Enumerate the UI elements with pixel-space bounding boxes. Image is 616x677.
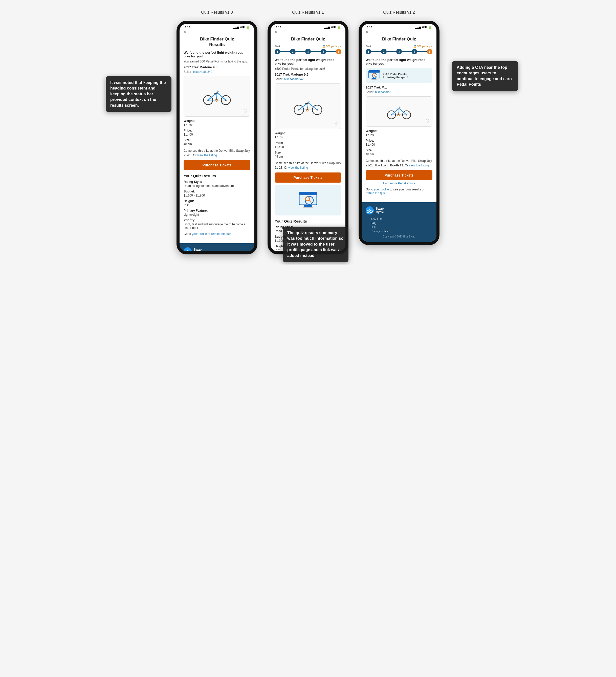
bike-image-v1_1: ♡ (275, 84, 341, 129)
phone-screen-v1: 8:15 ▂▄▆ WiFi 🔋 × Bike Finder QuizResult… (180, 24, 254, 252)
signal-icon-v1_1: ▂▄▆ (324, 26, 330, 29)
screen-content-v1: × Bike Finder QuizResults We found the p… (180, 30, 254, 243)
listing-text-v1: Come see this bike at the Denver Bike Sw… (184, 148, 250, 157)
earn-more-link-v1_2[interactable]: Earn more Pedal Points (383, 182, 415, 185)
seller-link-v1[interactable]: bikes4sale342 (193, 70, 212, 74)
footer-privacy-v1_2[interactable]: Privacy Policy (371, 230, 388, 233)
bike-name-v1_2: 2017 Trek M... (366, 86, 432, 89)
step-line-1 (280, 51, 290, 52)
close-btn-v1_1[interactable]: × (275, 30, 341, 34)
screen-title-v1_2: Bike Finder Quiz (366, 36, 432, 42)
heart-icon-v1_1[interactable]: ♡ (335, 121, 339, 126)
step-2-v2: 2 (381, 49, 387, 54)
footer-links-v1_2: About Us FAQ Help Privacy Policy (366, 218, 432, 233)
status-bar-v1_1: 8:15 ▂▄▆ WiFi 🔋 (271, 24, 345, 30)
riding-style-label-v1: Riding Style: (184, 180, 250, 184)
phone-screen-v1_1: 8:15 ▂▄▆ WiFi 🔋 × Bike Finder Quiz Start (271, 24, 345, 252)
step-line-4 (326, 51, 336, 52)
retake-link-v1_2[interactable]: retake the quiz (366, 191, 386, 195)
bike-svg-v1_2 (386, 103, 412, 120)
view-listing-link-v1_2[interactable]: view the listing (409, 164, 429, 167)
phone-column-v1_2: Quiz Results v1.2 Adding a CTA near the … (359, 10, 439, 245)
status-icons-v1_2: ▂▄▆ WiFi 🔋 (415, 26, 431, 29)
time-v1_1: 8:15 (276, 26, 281, 29)
points-text-v1_1: +500 Pedal Points for taking the quiz! (275, 67, 341, 71)
version-label-v1: Quiz Results v1.0 (201, 10, 233, 15)
svg-line-29 (309, 101, 310, 101)
step-line-2 (296, 51, 305, 52)
tooltip-v1_2: Adding a CTA near the top encourages use… (452, 61, 518, 91)
signal-icon-v1: ▂▄▆ (233, 26, 239, 29)
svg-line-63 (398, 109, 398, 115)
battery-icon-v1_2: 🔋 (428, 26, 431, 29)
footer-copyright-v1_2: Copyright © 2023 Bike Swap (366, 235, 432, 238)
height-value-v1: 5' 4" (184, 203, 250, 207)
price-value-v1: $1,400 (184, 133, 250, 136)
search-monitor-v1_1 (275, 185, 341, 216)
step-2: 2 (290, 49, 296, 54)
svg-line-58 (398, 108, 399, 115)
points-text-v1: You earned 500 Pedal Points for taking t… (184, 60, 250, 63)
signal-icon-v1_2: ▂▄▆ (415, 26, 421, 29)
svg-rect-38 (304, 205, 312, 207)
bike-svg-v1 (202, 86, 232, 106)
step-1-v2: 1 (366, 49, 371, 54)
phone-column-v1: Quiz Results v1.0 It was noted that keep… (177, 10, 257, 255)
close-btn-v1_2[interactable]: × (366, 30, 432, 34)
close-btn-v1[interactable]: × (184, 30, 250, 34)
seller-link-v1_1[interactable]: bikes4sale342 (284, 77, 303, 81)
seller-v1: Seller: bikes4sale342 (184, 70, 250, 74)
progress-steps-v1_1: 1 2 3 4 5 (275, 49, 341, 54)
purchase-tickets-btn-v1[interactable]: Purchase Tickets (184, 160, 250, 170)
phone-frame-v1_1: 8:15 ▂▄▆ WiFi 🔋 × Bike Finder Quiz Start (268, 21, 348, 255)
screen-title-v1_1: Bike Finder Quiz (275, 36, 341, 42)
wifi-icon-v1_2: WiFi (422, 26, 427, 29)
footer-v1_2: SwapCycle About Us FAQ Help Privacy Poli… (362, 202, 436, 242)
purchase-tickets-btn-v1_1[interactable]: Purchase Tickets (275, 173, 341, 183)
weight-label-v1_1: Weight: (275, 132, 341, 135)
footer-logo-svg-v1 (184, 248, 191, 252)
pedal-pts-label-v1_2: 🏅 500 pedal pts (414, 45, 432, 48)
view-listing-link-v1_1[interactable]: view the listing (288, 166, 308, 170)
footer-faq-v1_2[interactable]: FAQ (371, 222, 388, 225)
version-label-v1_2: Quiz Results v1.2 (383, 10, 415, 15)
heart-icon-v1_2[interactable]: ♡ (426, 118, 430, 124)
footer-help-v1_2[interactable]: Help (371, 226, 388, 229)
seller-link-v1_2[interactable]: bikes4sale3... (375, 90, 393, 94)
primary-feature-value-v1: Lightweight (184, 213, 250, 217)
step-5-v2: 5 (427, 49, 432, 54)
monitor-small-svg (368, 70, 380, 80)
weight-value-v1_2: 17 lbs (366, 133, 432, 137)
screen-content-v1_1: × Bike Finder Quiz Start 🏅 500 pedal pts… (271, 30, 345, 252)
weight-label-v1: Weight: (184, 119, 250, 123)
svg-rect-46 (369, 71, 380, 73)
time-v1: 8:15 (185, 26, 190, 29)
profile-link-v1[interactable]: your profile (192, 232, 207, 236)
hero-text-v1_1: We found the perfect light weight road b… (275, 58, 341, 65)
progress-labels-v1_2: Start 🏅 500 pedal pts (366, 45, 432, 48)
price-label-v1: Price: (184, 129, 250, 132)
profile-link-v1_2[interactable]: your profile (374, 188, 389, 191)
priority-label-v1: Priority: (184, 219, 250, 222)
quiz-results-title-v1: Your Quiz Results (184, 174, 250, 178)
wifi-icon-v1: WiFi (240, 26, 245, 29)
size-label-v1_2: Size (366, 148, 432, 152)
footer-col2-v1_2: About Us FAQ Help Privacy Policy (371, 218, 388, 233)
seller-v1_1: Seller: bikes4sale342 (275, 77, 341, 81)
status-bar-v1: 8:15 ▂▄▆ WiFi 🔋 (180, 24, 254, 30)
height-label-v1: Height: (184, 199, 250, 203)
price-label-v1_2: Price: (366, 139, 432, 142)
footer-brand-v1: SwapCycle (184, 247, 250, 252)
svg-line-28 (308, 101, 309, 102)
view-listing-link-v1[interactable]: view the listing (197, 153, 217, 157)
hero-text-v1_2: We found the perfect light weight road b… (366, 58, 432, 65)
footer-logo-v1 (184, 247, 192, 252)
heart-icon-v1[interactable]: ♡ (243, 108, 247, 114)
footer-about-v1_2[interactable]: About Us (371, 218, 388, 221)
retake-link-v1[interactable]: retake the quiz (211, 232, 231, 236)
price-value-v1_2: $1,400 (366, 143, 432, 146)
hero-text-v1: We found the perfect light weight road b… (184, 51, 250, 58)
price-label-v1_1: Price: (275, 141, 341, 145)
monitor-icon-v1_2 (368, 70, 380, 81)
purchase-tickets-btn-v1_2[interactable]: Purchase Tickets (366, 170, 432, 180)
